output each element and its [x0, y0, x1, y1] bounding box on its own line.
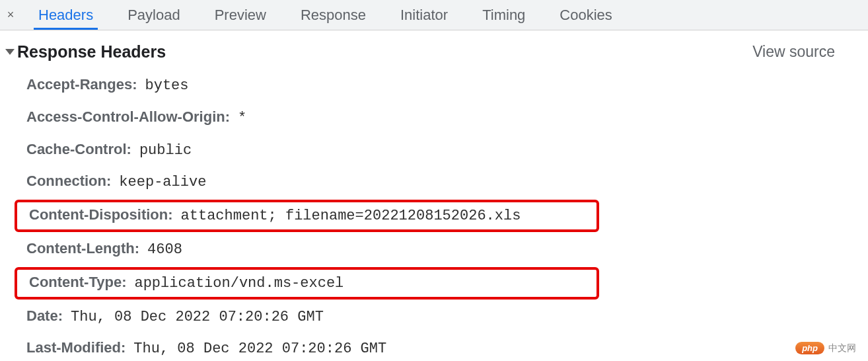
tab-response[interactable]: Response [283, 0, 383, 30]
header-row: Content-Length: 4608 [26, 233, 868, 266]
header-value: keep-alive [119, 173, 206, 193]
header-key: Content-Disposition: [29, 205, 173, 225]
header-value: attachment; filename=20221208152026.xls [181, 206, 521, 227]
header-key: Connection: [26, 171, 111, 192]
section-header: Response Headers View source [0, 42, 868, 61]
tab-cookies[interactable]: Cookies [542, 0, 629, 30]
header-key: Accept-Ranges: [26, 75, 137, 95]
header-value: Thu, 08 Dec 2022 07:20:26 GMT [133, 339, 386, 360]
header-value: * [238, 108, 246, 129]
header-value: Thu, 08 Dec 2022 07:20:26 GMT [71, 307, 324, 328]
devtools-top-bar: × Headers Payload Preview Response Initi… [0, 0, 868, 30]
header-row-highlighted: Content-Disposition: attachment; filenam… [15, 200, 599, 232]
tabs-container: Headers Payload Preview Response Initiat… [21, 0, 630, 30]
tab-payload[interactable]: Payload [110, 0, 198, 30]
close-icon[interactable]: × [0, 0, 21, 30]
header-row: Accept-Ranges: bytes [26, 69, 868, 102]
header-row: Access-Control-Allow-Origin: * [26, 102, 868, 134]
watermark-text: 中文网 [828, 342, 856, 354]
view-source-link[interactable]: View source [752, 43, 863, 61]
header-row: Connection: keep-alive [26, 166, 868, 198]
watermark: php 中文网 [795, 342, 856, 354]
watermark-badge: php [795, 342, 824, 354]
header-key: Cache-Control: [26, 140, 131, 160]
section-title: Response Headers [17, 42, 166, 61]
header-key: Content-Length: [26, 239, 139, 259]
header-row: Date: Thu, 08 Dec 2022 07:20:26 GMT [26, 301, 868, 333]
header-value: application/vnd.ms-excel [134, 274, 344, 294]
content-area: Response Headers View source Accept-Rang… [0, 30, 868, 361]
header-key: Access-Control-Allow-Origin: [26, 107, 230, 128]
triangle-down-icon [5, 49, 15, 55]
header-row-highlighted: Content-Type: application/vnd.ms-excel [15, 267, 599, 300]
tab-preview[interactable]: Preview [198, 0, 283, 30]
tab-initiator[interactable]: Initiator [383, 0, 465, 30]
tab-timing[interactable]: Timing [465, 0, 542, 30]
header-row: Last-Modified: Thu, 08 Dec 2022 07:20:26… [26, 333, 868, 361]
header-key: Date: [26, 306, 63, 327]
header-value: 4608 [147, 240, 182, 261]
header-key: Content-Type: [29, 272, 126, 293]
tab-headers[interactable]: Headers [21, 0, 110, 30]
header-row: Cache-Control: public [26, 134, 868, 167]
header-value: bytes [145, 76, 188, 97]
header-value: public [139, 141, 192, 161]
headers-list: Accept-Ranges: bytes Access-Control-Allo… [0, 61, 868, 361]
header-key: Last-Modified: [26, 338, 126, 358]
section-toggle[interactable]: Response Headers [5, 42, 166, 61]
